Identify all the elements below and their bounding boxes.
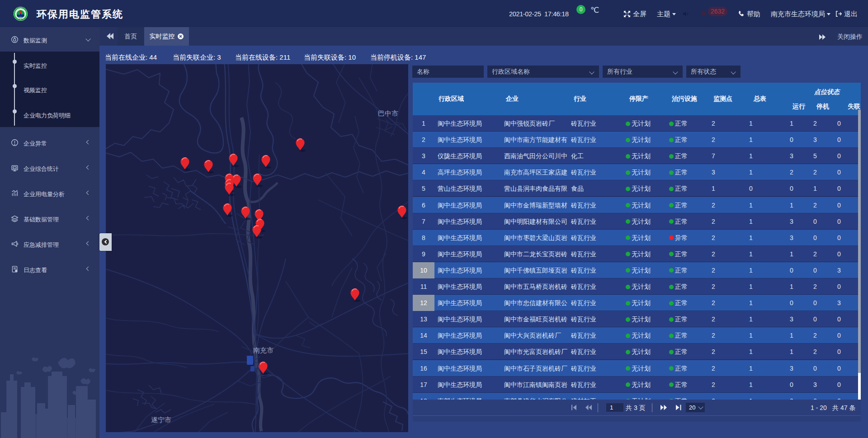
svg-text:巴中市: 巴中市 — [378, 109, 398, 117]
svg-text:遂宁市: 遂宁市 — [151, 416, 171, 424]
svg-text:南充市: 南充市 — [253, 346, 274, 354]
